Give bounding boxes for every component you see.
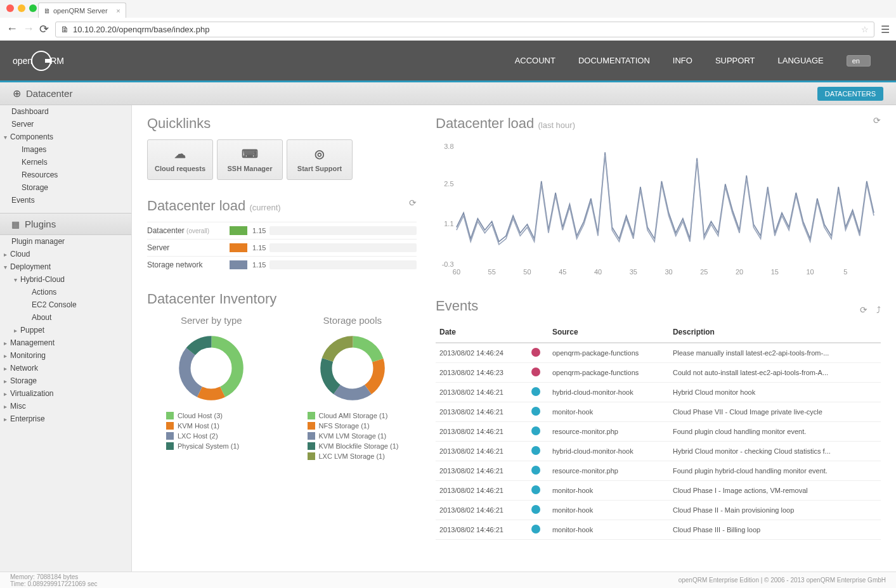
quicklink-icon: ◎ bbox=[315, 147, 325, 161]
quicklinks-title: Quicklinks bbox=[147, 115, 417, 132]
sidebar-item[interactable]: Puppet bbox=[0, 324, 131, 336]
table-header bbox=[528, 322, 549, 343]
grid-icon bbox=[11, 219, 20, 229]
events-title: Events bbox=[436, 298, 478, 314]
page-icon: 🗎 bbox=[44, 7, 51, 15]
minimize-window-icon[interactable] bbox=[18, 4, 25, 12]
sidebar-item[interactable]: Virtualization bbox=[0, 387, 131, 400]
browser-menu-icon[interactable]: ☰ bbox=[881, 23, 890, 35]
globe-icon bbox=[13, 87, 21, 99]
quicklink-button[interactable]: ⌨SSH Manager bbox=[217, 139, 283, 180]
legend-item: KVM Blockfile Storage (1) bbox=[308, 441, 417, 451]
sidebar-item[interactable]: Network bbox=[0, 362, 131, 374]
reload-button[interactable]: ⟳ bbox=[39, 22, 49, 36]
svg-text:20: 20 bbox=[736, 268, 743, 276]
sidebar-item[interactable]: Storage bbox=[0, 374, 131, 387]
svg-text:40: 40 bbox=[594, 268, 602, 276]
sidebar-item[interactable]: EC2 Console bbox=[0, 298, 131, 311]
nav-support[interactable]: SUPPORT bbox=[715, 56, 755, 65]
sidebar-item[interactable]: Resources bbox=[0, 169, 131, 181]
nav-info[interactable]: INFO bbox=[673, 56, 692, 65]
browser-chrome: 🗎 openQRM Server × ← → ⟳ 🗎 10.10.20.20/o… bbox=[0, 0, 896, 41]
table-row[interactable]: 2013/08/02 14:46:21hybrid-cloud-monitor-… bbox=[436, 383, 881, 402]
sidebar-item[interactable]: Components bbox=[0, 131, 131, 143]
table-row[interactable]: 2013/08/02 14:46:21monitor-hookCloud Pha… bbox=[436, 520, 881, 540]
top-nav: open RM ACCOUNT DOCUMENTATION INFO SUPPO… bbox=[0, 41, 896, 82]
footer-copyright: openQRM Enterprise Edition | © 2006 - 20… bbox=[678, 577, 886, 584]
browser-tab[interactable]: 🗎 openQRM Server × bbox=[38, 3, 126, 18]
sidebar-item[interactable]: Deployment bbox=[0, 260, 131, 273]
quicklink-icon: ☁ bbox=[174, 147, 186, 161]
status-dot-icon bbox=[531, 485, 540, 494]
legend-item: Physical System (1) bbox=[166, 441, 276, 451]
legend-item: LXC Host (2) bbox=[166, 431, 276, 441]
nav-account[interactable]: ACCOUNT bbox=[515, 56, 555, 65]
status-dot-icon bbox=[531, 446, 540, 455]
expand-icon[interactable]: ⤴ bbox=[876, 305, 881, 315]
footer-time: Time: 0.089299917221069 sec bbox=[10, 580, 98, 587]
legend-item: KVM Host (1) bbox=[166, 421, 276, 431]
quicklink-button[interactable]: ☁Cloud requests bbox=[147, 139, 213, 180]
table-header: Date bbox=[436, 322, 528, 343]
close-tab-icon[interactable]: × bbox=[116, 7, 120, 15]
svg-text:30: 30 bbox=[665, 268, 672, 276]
svg-text:10: 10 bbox=[807, 268, 814, 276]
datacenter-load-chart-title: Datacenter load (last hour) ⟳ bbox=[436, 115, 881, 132]
table-row[interactable]: 2013/08/02 14:46:21monitor-hookCloud Pha… bbox=[436, 501, 881, 520]
maximize-window-icon[interactable] bbox=[29, 4, 37, 12]
sidebar-item[interactable]: Actions bbox=[0, 286, 131, 298]
sidebar-item[interactable]: About bbox=[0, 311, 131, 324]
svg-text:1.1: 1.1 bbox=[444, 220, 453, 227]
load-current-title: Datacenter load (current) ⟳ bbox=[147, 198, 417, 214]
svg-text:-0.3: -0.3 bbox=[442, 260, 454, 268]
events-table: DateSourceDescription 2013/08/02 14:46:2… bbox=[436, 322, 881, 540]
sidebar-item[interactable]: Monitoring bbox=[0, 349, 131, 362]
table-row[interactable]: 2013/08/02 14:46:21hybrid-cloud-monitor-… bbox=[436, 442, 881, 461]
address-bar[interactable]: 🗎 10.10.20.20/openqrm/base/index.php ☆ bbox=[55, 22, 874, 37]
forward-button[interactable]: → bbox=[23, 22, 34, 36]
close-window-icon[interactable] bbox=[6, 4, 14, 12]
language-select[interactable]: en bbox=[847, 55, 871, 67]
refresh-icon[interactable]: ⟳ bbox=[409, 198, 417, 208]
nav-language-label: LANGUAGE bbox=[778, 56, 824, 65]
legend-item: KVM LVM Storage (1) bbox=[308, 431, 417, 441]
sidebar: DashboardServerComponentsImagesKernelsRe… bbox=[0, 105, 132, 572]
datacenters-button[interactable]: DATACENTERS bbox=[817, 87, 883, 101]
svg-text:45: 45 bbox=[559, 268, 566, 276]
svg-text:60: 60 bbox=[453, 268, 460, 276]
server-donut-chart bbox=[176, 333, 246, 403]
status-dot-icon bbox=[531, 368, 540, 376]
refresh-icon[interactable]: ⟳ bbox=[860, 305, 867, 315]
sidebar-item[interactable]: Images bbox=[0, 143, 131, 156]
sidebar-item[interactable]: Cloud bbox=[0, 248, 131, 260]
status-dot-icon bbox=[531, 525, 540, 534]
quicklink-button[interactable]: ◎Start Support bbox=[287, 139, 353, 180]
logo[interactable]: open RM bbox=[13, 51, 64, 71]
sidebar-item[interactable]: Server bbox=[0, 118, 131, 131]
sidebar-item[interactable]: Plugin manager bbox=[0, 235, 131, 248]
sidebar-item[interactable]: Hybrid-Cloud bbox=[0, 273, 131, 286]
sidebar-item[interactable]: Storage bbox=[0, 181, 131, 194]
table-row[interactable]: 2013/08/02 14:46:21resource-monitor.phpF… bbox=[436, 461, 881, 481]
table-row[interactable]: 2013/08/02 14:46:21monitor-hookCloud Pha… bbox=[436, 402, 881, 422]
sidebar-item[interactable]: Kernels bbox=[0, 156, 131, 169]
table-row[interactable]: 2013/08/02 14:46:21resource-monitor.phpF… bbox=[436, 422, 881, 442]
svg-text:3.8: 3.8 bbox=[444, 143, 453, 150]
svg-text:55: 55 bbox=[488, 268, 496, 276]
main-content: Quicklinks ☁Cloud requests⌨SSH Manager◎S… bbox=[132, 105, 896, 572]
status-dot-icon bbox=[531, 387, 540, 396]
bookmark-icon[interactable]: ☆ bbox=[861, 25, 869, 34]
table-row[interactable]: 2013/08/02 14:46:23openqrm-package-funct… bbox=[436, 363, 881, 383]
sidebar-item[interactable]: Enterprise bbox=[0, 412, 131, 425]
window-controls[interactable] bbox=[6, 4, 37, 12]
sidebar-item[interactable]: Management bbox=[0, 336, 131, 349]
sidebar-item[interactable]: Misc bbox=[0, 400, 131, 412]
table-row[interactable]: 2013/08/02 14:46:21monitor-hookCloud Pha… bbox=[436, 481, 881, 501]
sidebar-item[interactable]: Dashboard bbox=[0, 105, 131, 118]
nav-documentation[interactable]: DOCUMENTATION bbox=[578, 56, 650, 65]
back-button[interactable]: ← bbox=[6, 22, 18, 36]
svg-text:2.5: 2.5 bbox=[444, 180, 453, 188]
sidebar-item[interactable]: Events bbox=[0, 194, 131, 207]
refresh-icon[interactable]: ⟳ bbox=[873, 115, 881, 125]
table-row[interactable]: 2013/08/02 14:46:24openqrm-package-funct… bbox=[436, 343, 881, 363]
